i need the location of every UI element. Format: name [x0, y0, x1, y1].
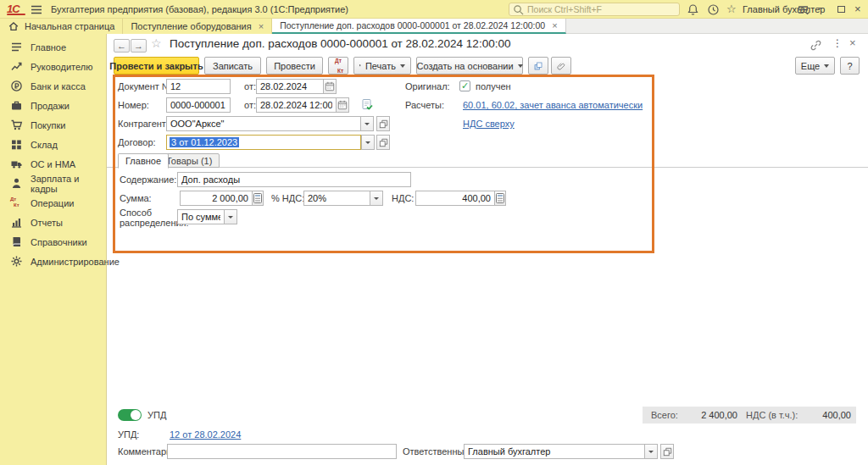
dropdown-button[interactable]	[361, 135, 375, 150]
nav-forward-button[interactable]: →	[131, 39, 147, 53]
dropdown-button[interactable]	[644, 444, 658, 459]
vat-incl-value: 400,00	[809, 410, 851, 420]
sidebar-item-references[interactable]: Справочники	[0, 232, 106, 252]
dropdown-button[interactable]	[360, 116, 374, 131]
help-button[interactable]: ?	[840, 57, 860, 75]
comment-input[interactable]	[167, 444, 397, 459]
sidebar-item-sales[interactable]: Продажи	[0, 96, 106, 115]
post-button[interactable]: Провести	[266, 57, 323, 75]
nav-back-button[interactable]: ←	[114, 39, 130, 53]
calculator-icon	[253, 193, 262, 203]
content-input[interactable]	[177, 172, 411, 187]
date-input[interactable]	[256, 97, 336, 113]
vat-percent-input[interactable]	[303, 191, 370, 206]
sidebar-item-reports[interactable]: Отчеты	[0, 213, 106, 232]
print-button[interactable]: Печать	[353, 57, 411, 75]
sidebar-item-label: Отчеты	[31, 218, 63, 228]
grid-boxes-icon	[10, 138, 23, 151]
settlements-link[interactable]: 60.01, 60.02, зачет аванса автоматически	[463, 100, 643, 110]
1c-logo-underline	[7, 14, 25, 15]
vat-input[interactable]	[415, 191, 494, 206]
more-menu-dots-icon[interactable]: ⋮	[832, 37, 843, 49]
toggle-knob	[131, 410, 141, 420]
dropdown-button[interactable]	[224, 209, 237, 224]
tab-additional-expenses-receipt[interactable]: Поступление доп. расходов 0000-000001 от…	[272, 19, 565, 34]
search-input[interactable]	[527, 4, 671, 14]
window-close-button[interactable]: ×	[854, 3, 861, 15]
more-button[interactable]: Еще	[795, 57, 835, 75]
upd-toggle-label: УПД	[147, 410, 166, 420]
shopping-cart-icon	[10, 119, 23, 131]
sidebar-item-manager[interactable]: Руководителю	[0, 57, 106, 76]
original-received-checkbox[interactable]: ✓	[459, 80, 470, 91]
post-and-close-button[interactable]: Провести и закрыть	[114, 57, 199, 75]
history-icon[interactable]	[707, 3, 720, 16]
attachments-button[interactable]	[551, 57, 571, 75]
get-link-icon[interactable]	[810, 39, 822, 52]
upd-label: УПД:	[118, 429, 139, 440]
window-minimize-button[interactable]: –	[816, 1, 822, 14]
tab-home[interactable]: Начальная страница	[0, 19, 123, 34]
vat-mode-link[interactable]: НДС сверху	[463, 119, 515, 129]
contract-field: 3 от 01.12.2023	[166, 135, 375, 150]
calculator-icon	[496, 193, 504, 203]
calendar-button[interactable]	[336, 97, 349, 113]
chevron-down-icon	[824, 64, 829, 68]
upd-toggle[interactable]	[118, 409, 142, 421]
application-window: 1С Бухгалтерия предприятия (базовая), ре…	[0, 0, 868, 465]
global-search[interactable]	[509, 3, 680, 16]
sum-input[interactable]	[180, 191, 252, 206]
sidebar-item-label: Справочники	[31, 237, 87, 247]
favorites-star-icon[interactable]: ☆	[726, 3, 737, 15]
tab-close-icon[interactable]: ×	[259, 21, 264, 31]
responsible-input[interactable]	[464, 444, 644, 459]
counterparty-input[interactable]	[166, 116, 360, 131]
form-tab-main[interactable]: Главное	[118, 153, 169, 169]
tab-close-icon[interactable]: ×	[552, 20, 557, 30]
distribution-input[interactable]	[177, 209, 224, 224]
contract-input[interactable]: 3 от 01.12.2023	[166, 135, 361, 150]
tab-equipment-receipt[interactable]: Поступление оборудования ×	[123, 19, 272, 34]
page-tab-bar: Начальная страница Поступление оборудова…	[0, 19, 868, 34]
main-menu-icon[interactable]	[31, 4, 42, 15]
current-user[interactable]: Главный бухгалтер	[743, 4, 825, 14]
chevron-down-icon	[364, 123, 370, 125]
sidebar-item-purchases[interactable]: Покупки	[0, 115, 106, 135]
open-counterparty-button[interactable]	[376, 116, 390, 131]
sidebar-item-bank-cash[interactable]: Банк и касса	[0, 76, 106, 96]
dropdown-button[interactable]	[370, 191, 383, 206]
calculator-button[interactable]	[252, 191, 264, 206]
save-button[interactable]: Записать	[204, 57, 261, 75]
sidebar-item-main[interactable]: Главное	[0, 37, 106, 57]
sidebar-item-salary-hr[interactable]: Зарплата и кадры	[0, 174, 106, 193]
calendar-button[interactable]	[323, 79, 337, 94]
chevron-down-icon	[374, 197, 379, 200]
doc-date-input[interactable]	[256, 79, 323, 94]
open-responsible-button[interactable]	[660, 444, 674, 459]
calculator-button[interactable]	[494, 191, 506, 206]
sidebar-item-warehouse[interactable]: Склад	[0, 135, 106, 154]
sidebar-item-administration[interactable]: Администрирование	[0, 252, 106, 271]
document-close-icon[interactable]: ×	[849, 36, 856, 49]
open-contract-button[interactable]	[376, 135, 390, 150]
sidebar-item-label: Руководителю	[31, 62, 92, 72]
settlements-label: Расчеты:	[405, 100, 444, 110]
dtkt-postings-button[interactable]: ДтКт	[328, 57, 348, 75]
original-received-label: получен	[476, 81, 511, 91]
create-based-on-button[interactable]: Создать на основании	[416, 57, 523, 75]
sidebar-item-fixed-assets[interactable]: ОС и НМА	[0, 154, 106, 174]
sidebar-item-operations[interactable]: ДтКт Операции	[0, 193, 106, 213]
number-input[interactable]	[166, 97, 231, 113]
service-menu-icon[interactable]	[797, 3, 810, 16]
doc-date-prefix: от:	[244, 81, 256, 91]
notifications-bell-icon[interactable]	[687, 3, 699, 16]
chevron-down-icon	[648, 451, 654, 453]
window-maximize-button[interactable]	[837, 6, 845, 13]
doc-no-input[interactable]	[166, 79, 231, 94]
edo-status-icon[interactable]	[361, 98, 374, 111]
upd-link[interactable]: 12 от 28.02.2024	[170, 429, 241, 440]
related-documents-button[interactable]	[528, 57, 548, 75]
add-to-favorites-star-icon[interactable]: ☆	[151, 36, 162, 50]
vat-field	[415, 191, 506, 206]
coin-icon	[10, 80, 23, 92]
